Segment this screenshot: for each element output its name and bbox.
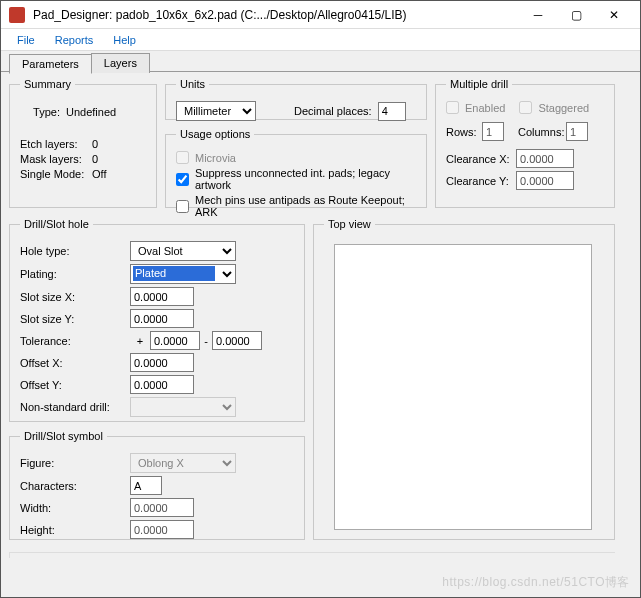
figure-select: Oblong X <box>130 453 236 473</box>
units-group: Units Millimeter Decimal places: <box>165 78 427 120</box>
topview-legend: Top view <box>324 218 375 230</box>
plating-label: Plating: <box>20 268 130 280</box>
units-legend: Units <box>176 78 209 90</box>
usage-legend: Usage options <box>176 128 254 140</box>
clx-input <box>516 149 574 168</box>
tabstrip: Parameters Layers <box>9 53 149 73</box>
symbol-group: Drill/Slot symbol Figure: Oblong X Chara… <box>9 430 305 540</box>
clx-label: Clearance X: <box>446 153 516 165</box>
type-label: Type: <box>20 106 60 118</box>
ox-input[interactable] <box>130 353 194 372</box>
cly-input <box>516 171 574 190</box>
drill-group: Drill/Slot hole Hole type: Oval Slot Pla… <box>9 218 305 422</box>
app-window: Pad_Designer: padob_10x6x_6x2.pad (C:...… <box>0 0 641 598</box>
summary-group: Summary Type: Undefined Etch layers: 0 M… <box>9 78 157 208</box>
suppress-label: Suppress unconnected int. pads; legacy a… <box>195 167 416 191</box>
tab-layers[interactable]: Layers <box>91 53 150 73</box>
tab-parameters-panel: Summary Type: Undefined Etch layers: 0 M… <box>1 71 640 597</box>
mask-value: 0 <box>92 153 98 165</box>
tab-parameters[interactable]: Parameters <box>9 54 92 74</box>
tol-label: Tolerance: <box>20 335 130 347</box>
single-label: Single Mode: <box>20 168 92 180</box>
client-area: Parameters Layers Summary Type: Undefine… <box>1 51 640 597</box>
type-value: Undefined <box>66 106 116 118</box>
minimize-button[interactable]: ─ <box>520 5 556 25</box>
multi-group: Multiple drill Enabled Staggered Rows: C… <box>435 78 615 208</box>
multi-legend: Multiple drill <box>446 78 512 90</box>
menu-reports[interactable]: Reports <box>45 31 104 49</box>
watermark: https://blog.csdn.net/51CTO博客 <box>442 574 630 591</box>
nsd-label: Non-standard drill: <box>20 401 130 413</box>
sx-label: Slot size X: <box>20 291 130 303</box>
mech-check[interactable] <box>176 200 189 213</box>
menubar: File Reports Help <box>1 29 640 51</box>
staggered-label: Staggered <box>538 102 589 114</box>
sy-label: Slot size Y: <box>20 313 130 325</box>
oy-input[interactable] <box>130 375 194 394</box>
suppress-check[interactable] <box>176 173 189 186</box>
cols-input <box>566 122 588 141</box>
etch-label: Etch layers: <box>20 138 92 150</box>
mask-label: Mask layers: <box>20 153 92 165</box>
width-label: Width: <box>20 502 130 514</box>
decimal-label: Decimal places: <box>294 105 372 117</box>
sy-input[interactable] <box>130 309 194 328</box>
usage-group: Usage options Microvia Suppress unconnec… <box>165 128 427 208</box>
height-input <box>130 520 194 539</box>
hole-label: Hole type: <box>20 245 130 257</box>
tol-plus: + <box>130 335 150 347</box>
rows-label: Rows: <box>446 126 482 138</box>
enabled-check <box>446 101 459 114</box>
status-separator <box>9 552 615 558</box>
cols-label: Columns: <box>518 126 566 138</box>
microvia-check <box>176 151 189 164</box>
width-input <box>130 498 194 517</box>
etch-value: 0 <box>92 138 98 150</box>
close-button[interactable]: ✕ <box>596 5 632 25</box>
maximize-button[interactable]: ▢ <box>558 5 594 25</box>
mech-label: Mech pins use antipads as Route Keepout;… <box>195 194 416 218</box>
chars-input[interactable] <box>130 476 162 495</box>
nsd-select <box>130 397 236 417</box>
window-title: Pad_Designer: padob_10x6x_6x2.pad (C:...… <box>33 8 518 22</box>
decimal-input[interactable] <box>378 102 406 121</box>
figure-label: Figure: <box>20 457 130 469</box>
drill-legend: Drill/Slot hole <box>20 218 93 230</box>
units-select[interactable]: Millimeter <box>176 101 256 121</box>
microvia-label: Microvia <box>195 152 236 164</box>
rows-input <box>482 122 504 141</box>
ox-label: Offset X: <box>20 357 130 369</box>
oy-label: Offset Y: <box>20 379 130 391</box>
menu-file[interactable]: File <box>7 31 45 49</box>
menu-help[interactable]: Help <box>103 31 146 49</box>
sx-input[interactable] <box>130 287 194 306</box>
tol-dash: - <box>200 335 212 347</box>
plating-select[interactable] <box>130 264 236 284</box>
cly-label: Clearance Y: <box>446 175 516 187</box>
enabled-label: Enabled <box>465 102 505 114</box>
chars-label: Characters: <box>20 480 130 492</box>
height-label: Height: <box>20 524 130 536</box>
app-icon <box>9 7 25 23</box>
staggered-check <box>519 101 532 114</box>
symbol-legend: Drill/Slot symbol <box>20 430 107 442</box>
tol-minus-input[interactable] <box>212 331 262 350</box>
titlebar: Pad_Designer: padob_10x6x_6x2.pad (C:...… <box>1 1 640 29</box>
summary-legend: Summary <box>20 78 75 90</box>
topview-canvas <box>334 244 592 530</box>
topview-group: Top view <box>313 218 615 540</box>
single-value: Off <box>92 168 106 180</box>
tol-plus-input[interactable] <box>150 331 200 350</box>
hole-select[interactable]: Oval Slot <box>130 241 236 261</box>
